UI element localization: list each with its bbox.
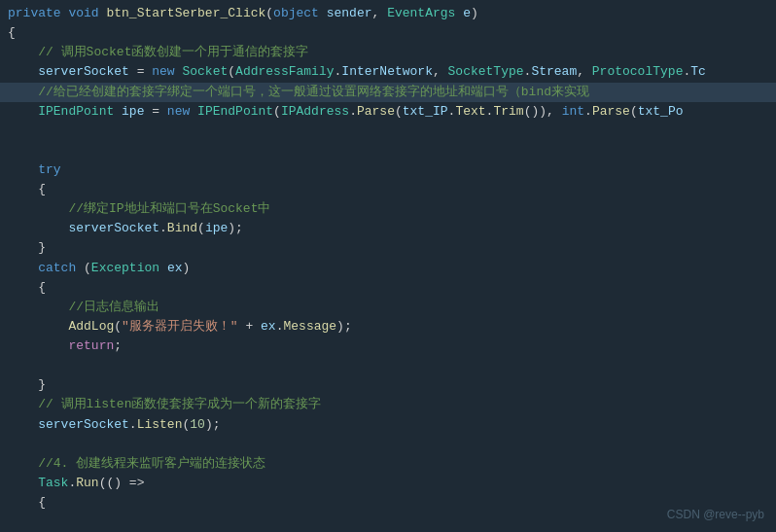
code-line: IPEndPoint ipe = new IPEndPoint(IPAddres… [0,102,776,122]
code-line: // 调用Socket函数创建一个用于通信的套接字 [0,43,776,62]
code-line: { [0,278,776,298]
code-line: //给已经创建的套接字绑定一个端口号，这一般通过设置网络套接字的地址和端口号（b… [0,83,776,102]
code-line: serverSocket.Listen(10); [0,415,776,435]
code-line: //绑定IP地址和端口号在Socket中 [0,199,776,219]
code-line: Task.Run(() => [0,474,776,493]
code-line: { [0,180,776,199]
code-line: private void btn_StartSerber_Click(objec… [0,4,776,23]
code-line: //4. 创建线程来监听客户端的连接状态 [0,454,776,474]
code-line: //日志信息输出 [0,298,776,317]
code-editor: private void btn_StartSerber_Click(objec… [0,0,776,532]
code-line: AddLog("服务器开启失败！" + ex.Message); [0,317,776,337]
code-line [0,122,776,141]
code-line: { [0,493,776,513]
code-line [0,141,776,160]
code-line: return; [0,337,776,356]
code-line: try [0,160,776,180]
code-line [0,356,776,375]
code-line [0,435,776,454]
code-line: } [0,375,776,395]
code-line: serverSocket.Bind(ipe); [0,219,776,238]
watermark: CSDN @reve--pyb [667,506,764,524]
code-line: catch (Exception ex) [0,259,776,278]
code-line: } [0,238,776,258]
code-line: // 调用listen函数使套接字成为一个新的套接字 [0,395,776,414]
code-line: serverSocket = new Socket(AddressFamily.… [0,62,776,82]
code-line: { [0,23,776,43]
